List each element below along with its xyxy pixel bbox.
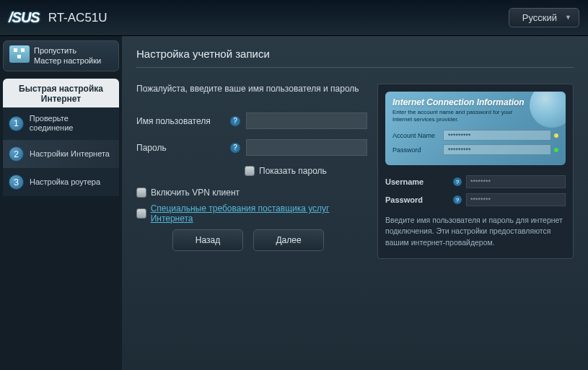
back-button[interactable]: Назад bbox=[172, 229, 243, 251]
mini-password-row: Password ? ******** bbox=[385, 193, 566, 206]
step-number-icon: 2 bbox=[9, 146, 24, 162]
help-icon: ? bbox=[453, 195, 462, 204]
help-icon[interactable]: ? bbox=[230, 116, 240, 126]
show-password-label: Показать пароль bbox=[259, 166, 327, 176]
header: /SUS RT-AC51U Русский bbox=[0, 0, 588, 36]
globe-icon bbox=[530, 92, 566, 128]
show-password-row: Показать пароль bbox=[245, 166, 367, 176]
info-box: Internet Connection Information Enter th… bbox=[377, 84, 574, 259]
vpn-row: Включить VPN клиент bbox=[136, 188, 367, 198]
main-panel: Настройка учетной записи Пожалуйста, вве… bbox=[122, 36, 588, 370]
username-input[interactable] bbox=[246, 113, 367, 129]
button-row: Назад Далее bbox=[172, 229, 367, 251]
help-icon: ? bbox=[453, 177, 462, 186]
skip-wizard-label: Пропустить Мастер настройки bbox=[34, 45, 101, 66]
password-field-row: Пароль ? bbox=[136, 139, 367, 156]
body: Пропустить Мастер настройки Быстрая наст… bbox=[0, 36, 588, 370]
special-row: Специальные требования поставщика услуг … bbox=[136, 203, 367, 224]
username-field-row: Имя пользователя ? bbox=[136, 113, 367, 129]
brand-logo: /SUS bbox=[9, 9, 40, 26]
card-account-row: Account Name ********* bbox=[392, 130, 558, 141]
help-icon[interactable]: ? bbox=[230, 143, 240, 153]
password-label: Пароль bbox=[136, 143, 230, 153]
next-button[interactable]: Далее bbox=[253, 229, 324, 251]
intro-text: Пожалуйста, введите ваше имя пользовател… bbox=[136, 84, 367, 94]
special-req-link[interactable]: Специальные требования поставщика услуг … bbox=[151, 203, 367, 224]
status-dot-icon bbox=[554, 148, 558, 152]
step-number-icon: 1 bbox=[9, 116, 24, 131]
mini-fields: Username ? ******** Password ? ******** bbox=[385, 175, 566, 206]
status-dot-icon bbox=[554, 133, 558, 138]
username-label: Имя пользователя bbox=[136, 116, 230, 126]
vpn-checkbox[interactable] bbox=[136, 188, 146, 198]
special-req-checkbox[interactable] bbox=[136, 208, 146, 219]
mini-username-value: ******** bbox=[466, 175, 566, 188]
network-icon bbox=[9, 45, 30, 63]
step-internet-settings[interactable]: 2 Настройки Интернета bbox=[3, 140, 119, 168]
vpn-label: Включить VPN клиент bbox=[151, 188, 240, 198]
card-password-row: Password ********* bbox=[392, 144, 558, 155]
step-number-icon: 3 bbox=[9, 175, 24, 190]
mini-username-row: Username ? ******** bbox=[385, 175, 566, 188]
info-caption: Введите имя пользователя и пароль для ин… bbox=[385, 215, 566, 248]
qis-heading: Быстрая настройка Интернет bbox=[3, 79, 119, 107]
content-row: Пожалуйста, введите ваше имя пользовател… bbox=[136, 84, 574, 259]
skip-wizard-button[interactable]: Пропустить Мастер настройки bbox=[3, 40, 119, 71]
step-check-connection[interactable]: 1 Проверьте соединение bbox=[3, 107, 119, 141]
section-title: Настройка учетной записи bbox=[136, 48, 574, 68]
illustration-card: Internet Connection Information Enter th… bbox=[385, 92, 566, 165]
card-subtitle: Enter the account name and password for … bbox=[392, 109, 522, 123]
info-column: Internet Connection Information Enter th… bbox=[377, 84, 574, 259]
form-column: Пожалуйста, введите ваше имя пользовател… bbox=[136, 84, 367, 259]
show-password-checkbox[interactable] bbox=[245, 166, 255, 176]
sidebar: Пропустить Мастер настройки Быстрая наст… bbox=[0, 36, 122, 370]
model-name: RT-AC51U bbox=[48, 11, 107, 25]
password-input[interactable] bbox=[246, 139, 367, 156]
language-select[interactable]: Русский bbox=[509, 8, 579, 27]
mini-password-value: ******** bbox=[466, 193, 566, 206]
step-router-setup[interactable]: 3 Настройка роутера bbox=[3, 168, 119, 196]
